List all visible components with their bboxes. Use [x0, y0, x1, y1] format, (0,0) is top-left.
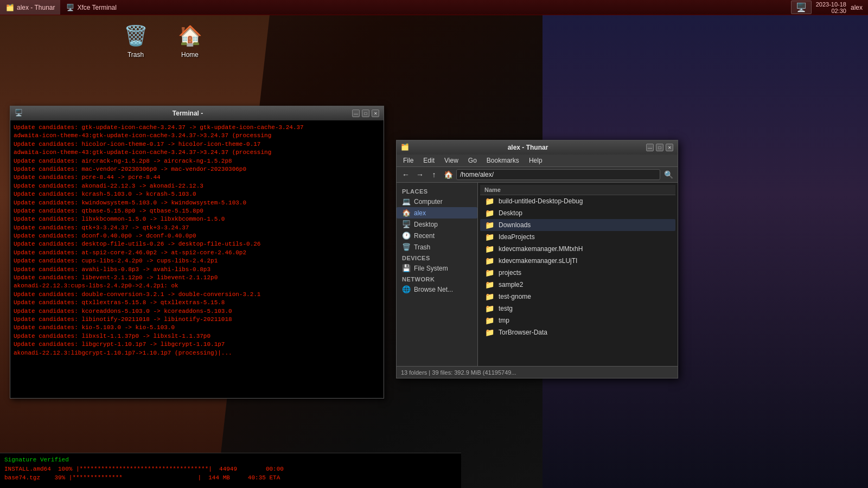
thunar-maximize-btn[interactable]: □ [656, 144, 663, 151]
file-label-testgnome: test-gnome [499, 293, 531, 300]
clock-time: 02:30 [816, 8, 846, 14]
sidebar-item-computer[interactable]: 💻 Computer [397, 196, 477, 207]
file-item-torbrowser[interactable]: 📁 TorBrowser-Data [480, 326, 675, 338]
terminal-line: Update candidates: libxkbcommon-1.5.0 ->… [14, 215, 380, 223]
thunar-minimize-btn[interactable]: — [646, 144, 654, 151]
sidebar-item-alex[interactable]: 🏠 alex [397, 207, 477, 219]
menu-edit[interactable]: Edit [419, 156, 439, 165]
back-button[interactable]: ← [400, 169, 412, 181]
terminal-window: 🖥️ Terminal - — □ ✕ Update candidates: g… [10, 106, 384, 399]
folder-icon-kdev2: 📁 [484, 256, 494, 265]
terminal-line: Update candidates: qtxllextras-5.15.8 ->… [14, 299, 380, 307]
sidebar-item-trash[interactable]: 🗑️ Trash [397, 241, 477, 253]
thunar-statusbar: 13 folders | 39 files: 392.9 MiB (411957… [397, 366, 678, 378]
taskbar-clock: 2023-10-18 02:30 [816, 1, 846, 14]
places-header: Places [397, 186, 477, 196]
file-item-projects[interactable]: 📁 projects [480, 267, 675, 279]
terminal-line: Update candidates: hicolor-icon-theme-0.… [14, 140, 380, 149]
thunar-window: 🗂️ alex - Thunar — □ ✕ File Edit View Go… [396, 140, 678, 378]
folder-icon-tor: 📁 [484, 328, 494, 337]
alex-home-icon: 🏠 [402, 209, 411, 217]
thunar-toolbar: ← → ↑ 🏠 🔍 [397, 167, 678, 183]
clock-date: 2023-10-18 [816, 1, 846, 8]
terminal-line: Update candidates: qtbase-5.15.8p0 -> qt… [14, 207, 380, 215]
terminal-line: Update candidates: libinotify-20211018 -… [14, 316, 380, 324]
terminal-maximize-btn[interactable]: □ [362, 110, 369, 117]
terminal-titlebar: 🖥️ Terminal - — □ ✕ [10, 106, 384, 120]
thunar-close-btn[interactable]: ✕ [666, 144, 673, 151]
taskbar-item-terminal[interactable]: 🖥️ Xfce Terminal [60, 0, 122, 15]
file-label-projects: projects [499, 269, 521, 277]
terminal-line: Update candidates: akonadi-22.12.3 -> ak… [14, 182, 380, 190]
taskbar-item-thunar[interactable]: 🗂️ alex - Thunar [0, 0, 60, 15]
file-item-tmp[interactable]: 📁 tmp [480, 314, 675, 326]
network-header: Network [397, 274, 477, 284]
sidebar-filesystem-label: File System [414, 265, 448, 272]
devices-header: Devices [397, 253, 477, 262]
terminal-line: Update candidates: cups-libs-2.4.2p0 -> … [14, 257, 380, 265]
home-button[interactable]: 🏠 [442, 169, 454, 181]
desktop-icon-home[interactable]: 🏠 Home [168, 18, 212, 63]
sidebar-trash-label: Trash [414, 243, 430, 251]
file-item-kdev1[interactable]: 📁 kdevcmakemanager.MMtxhH [480, 243, 675, 255]
sidebar-recent-label: Recent [414, 232, 435, 240]
terminal-line: Update candidates: desktop-file-utils-0.… [14, 240, 380, 248]
terminal-minimize-btn[interactable]: — [352, 110, 360, 117]
up-button[interactable]: ↑ [428, 169, 440, 181]
file-label-testg: testg [499, 305, 513, 312]
terminal-window-controls: — □ ✕ [352, 110, 379, 117]
file-label-kdev2: kdevcmakemanager.sLUjTI [499, 257, 577, 265]
address-bar[interactable] [456, 169, 660, 180]
file-item-testgnome[interactable]: 📁 test-gnome [480, 291, 675, 303]
file-item-downloads[interactable]: 📁 Downloads [480, 219, 675, 231]
terminal-line: akonadi-22.12.3:libgcrypt-1.10.1p7->1.10… [14, 349, 380, 357]
terminal-line: Update candidates: libxslt-1.1.37p0 -> l… [14, 332, 380, 341]
terminal-line: Update candidates: kcrash-5.103.0 -> kcr… [14, 190, 380, 198]
desktop-sidebar-icon: 🖥️ [402, 220, 411, 228]
file-label-build: build-untitled-Desktop-Debug [499, 197, 583, 205]
sidebar-item-recent[interactable]: 🕐 Recent [397, 230, 477, 241]
display-toggle[interactable]: 🖥️ [791, 1, 812, 14]
menu-bookmarks[interactable]: Bookmarks [482, 156, 524, 165]
thunar-window-controls: — □ ✕ [646, 144, 673, 151]
file-item-desktop[interactable]: 📁 Desktop [480, 207, 675, 219]
folder-icon-desktop: 📁 [484, 209, 494, 217]
bottom-terminal-line-1: Signature Verified [4, 455, 457, 465]
file-item-build[interactable]: 📁 build-untitled-Desktop-Debug [480, 195, 675, 207]
menu-go[interactable]: Go [464, 156, 481, 165]
file-item-sample2[interactable]: 📁 sample2 [480, 279, 675, 291]
sidebar-item-browse-net[interactable]: 🌐 Browse Net... [397, 284, 477, 295]
forward-button[interactable]: → [414, 169, 426, 181]
folder-icon-testg: 📁 [484, 304, 494, 313]
name-column-header: Name [484, 187, 501, 193]
file-item-testg[interactable]: 📁 testg [480, 303, 675, 314]
terminal-title: Terminal - [27, 110, 349, 117]
statusbar-text: 13 folders | 39 files: 392.9 MiB (411957… [401, 369, 516, 376]
trash-icon: 🗑️ [123, 23, 149, 49]
search-button[interactable]: 🔍 [662, 169, 674, 181]
sidebar-network-label: Browse Net... [414, 286, 453, 293]
menu-help[interactable]: Help [525, 156, 547, 165]
terminal-line: Update candidates: qtk+3-3.24.37 -> qtk+… [14, 224, 380, 232]
sidebar-item-filesystem[interactable]: 💾 File System [397, 262, 477, 274]
terminal-line: Update candidates: avahi-libs-0.8p3 -> a… [14, 266, 380, 274]
sidebar-item-desktop[interactable]: 🖥️ Desktop [397, 219, 477, 230]
terminal-line: Update candidates: at-spi2-core-2.46.0p2… [14, 249, 380, 257]
thunar-titlebar: 🗂️ alex - Thunar — □ ✕ [397, 140, 678, 155]
terminal-line: Update candidates: kio-5.103.0 -> kio-5.… [14, 324, 380, 332]
menu-view[interactable]: View [440, 156, 463, 165]
file-label-tmp: tmp [499, 317, 509, 324]
menu-file[interactable]: File [399, 156, 418, 165]
folder-icon-downloads: 📁 [484, 221, 494, 229]
folder-icon-idea: 📁 [484, 233, 494, 241]
terminal-line: Update candidates: kwindowsystem-5.103.0… [14, 199, 380, 207]
terminal-close-btn[interactable]: ✕ [372, 110, 379, 117]
bottom-terminal-line-2: INSTALL.amd64 100% |********************… [4, 465, 457, 474]
folder-icon-sample2: 📁 [484, 280, 494, 289]
folder-icon-projects: 📁 [484, 268, 494, 277]
terminal-body[interactable]: Update candidates: gtk-update-icon-cache… [10, 120, 384, 398]
file-item-ideaprojects[interactable]: 📁 IdeaProjects [480, 231, 675, 243]
file-item-kdev2[interactable]: 📁 kdevcmakemanager.sLUjTI [480, 255, 675, 267]
desktop-icon-trash[interactable]: 🗑️ Trash [114, 18, 157, 63]
terminal-line: akonadi-22.12.3:cups-libs-2.4.2p0->2.4.2… [14, 282, 380, 290]
